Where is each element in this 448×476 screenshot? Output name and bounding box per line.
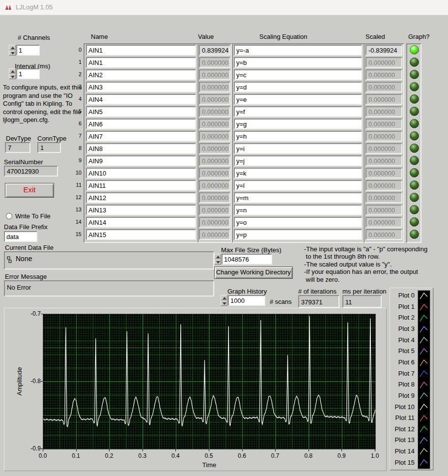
legend-line-sample[interactable]	[418, 302, 430, 313]
max-file-size-stepper[interactable]	[214, 254, 221, 265]
legend-plot-label[interactable]: Plot 15	[390, 459, 415, 466]
increment-icon[interactable]	[214, 254, 221, 259]
interval-input[interactable]	[16, 68, 40, 79]
scaling-equation-input[interactable]	[234, 69, 362, 80]
graph-led[interactable]	[410, 131, 419, 141]
graph-led[interactable]	[410, 82, 419, 91]
channel-name-input[interactable]	[86, 143, 196, 154]
legend-plot-label[interactable]: Plot 5	[390, 347, 415, 355]
write-to-file-radio[interactable]	[6, 213, 12, 219]
channel-name-input[interactable]	[86, 168, 196, 178]
graph-led[interactable]	[410, 205, 419, 214]
scaling-equation-input[interactable]	[234, 82, 362, 92]
legend-plot-label[interactable]: Plot 9	[390, 392, 415, 399]
legend-line-sample[interactable]	[418, 380, 430, 390]
scaling-equation-input[interactable]	[234, 168, 362, 178]
legend-line-sample[interactable]	[418, 413, 430, 424]
channels-stepper[interactable]	[9, 45, 16, 56]
graph-led[interactable]	[410, 217, 419, 227]
legend-line-sample[interactable]	[418, 335, 430, 346]
legend-plot-label[interactable]: Plot 0	[390, 292, 415, 299]
legend-line-sample[interactable]	[418, 424, 430, 435]
channel-name-input[interactable]	[86, 45, 196, 56]
legend-plot-label[interactable]: Plot 6	[390, 358, 415, 366]
decrement-icon[interactable]	[9, 50, 16, 56]
channel-name-input[interactable]	[86, 69, 196, 80]
graph-history-input[interactable]	[228, 295, 265, 306]
scaling-equation-input[interactable]	[234, 180, 362, 191]
graph-led[interactable]	[410, 156, 419, 165]
channel-name-input[interactable]	[86, 119, 196, 129]
legend-line-sample[interactable]	[418, 291, 430, 301]
legend-plot-label[interactable]: Plot 4	[390, 336, 415, 344]
channel-name-input[interactable]	[86, 106, 196, 117]
channel-name-input[interactable]	[86, 131, 196, 142]
channel-name-input[interactable]	[86, 180, 196, 191]
channel-name-input[interactable]	[86, 205, 196, 215]
legend-plot-label[interactable]: Plot 11	[390, 414, 415, 421]
graph-led[interactable]	[410, 193, 419, 202]
legend-plot-label[interactable]: Plot 7	[390, 370, 415, 377]
data-file-prefix-input[interactable]	[4, 231, 37, 242]
legend-line-sample[interactable]	[418, 324, 430, 335]
graph-led[interactable]	[410, 94, 419, 104]
increment-icon[interactable]	[9, 68, 16, 74]
channel-name-input[interactable]	[86, 82, 196, 92]
legend-plot-label[interactable]: Plot 10	[390, 403, 415, 411]
graph-history-stepper[interactable]	[221, 295, 227, 306]
legend-plot-label[interactable]: Plot 12	[390, 425, 415, 433]
scaling-equation-input[interactable]	[234, 143, 362, 154]
legend-line-sample[interactable]	[418, 357, 430, 368]
scaling-equation-input[interactable]	[234, 217, 362, 228]
legend-line-sample[interactable]	[418, 390, 430, 401]
scaling-equation-input[interactable]	[234, 229, 362, 240]
scaling-equation-input[interactable]	[234, 119, 362, 129]
legend-line-sample[interactable]	[418, 457, 430, 468]
decrement-icon[interactable]	[221, 300, 227, 306]
graph-led[interactable]	[410, 107, 419, 116]
graph-led[interactable]	[410, 230, 419, 239]
graph-led[interactable]	[410, 70, 419, 79]
graph-led[interactable]	[410, 58, 419, 67]
graph-led[interactable]	[410, 144, 419, 153]
legend-plot-label[interactable]: Plot 14	[390, 447, 415, 455]
channel-name-input[interactable]	[86, 217, 196, 228]
interval-stepper[interactable]	[9, 68, 16, 79]
scaling-equation-input[interactable]	[234, 131, 362, 142]
scaling-equation-input[interactable]	[234, 192, 362, 203]
channel-name-input[interactable]	[86, 94, 196, 105]
scaling-equation-input[interactable]	[234, 57, 362, 68]
scaling-equation-input[interactable]	[234, 45, 362, 56]
change-working-directory-button[interactable]: Change Working Directory	[214, 267, 293, 279]
legend-line-sample[interactable]	[418, 368, 430, 379]
legend-plot-label[interactable]: Plot 13	[390, 436, 415, 444]
increment-icon[interactable]	[9, 45, 16, 50]
plot-area[interactable]	[43, 314, 376, 449]
channel-name-input[interactable]	[86, 229, 196, 240]
legend-line-sample[interactable]	[418, 346, 430, 357]
legend-line-sample[interactable]	[418, 446, 430, 457]
graph-led[interactable]	[410, 45, 419, 55]
legend-plot-label[interactable]: Plot 2	[390, 314, 415, 321]
legend-plot-label[interactable]: Plot 1	[390, 303, 415, 310]
channel-name-input[interactable]	[86, 192, 196, 203]
graph-led[interactable]	[410, 180, 419, 190]
decrement-icon[interactable]	[214, 259, 221, 265]
legend-line-sample[interactable]	[418, 402, 430, 413]
channels-input[interactable]	[16, 45, 40, 56]
graph-led[interactable]	[410, 119, 419, 128]
decrement-icon[interactable]	[9, 74, 16, 79]
legend-plot-label[interactable]: Plot 3	[390, 325, 415, 332]
channel-name-input[interactable]	[86, 57, 196, 68]
scaling-equation-input[interactable]	[234, 106, 362, 117]
increment-icon[interactable]	[221, 295, 227, 300]
scaling-equation-input[interactable]	[234, 205, 362, 215]
max-file-size-input[interactable]	[222, 254, 272, 265]
legend-plot-label[interactable]: Plot 8	[390, 381, 415, 388]
exit-button[interactable]: Exit	[5, 183, 54, 198]
graph-led[interactable]	[410, 168, 419, 178]
channel-name-input[interactable]	[86, 155, 196, 166]
scaling-equation-input[interactable]	[234, 155, 362, 166]
legend-line-sample[interactable]	[418, 435, 430, 446]
legend-line-sample[interactable]	[418, 313, 430, 324]
